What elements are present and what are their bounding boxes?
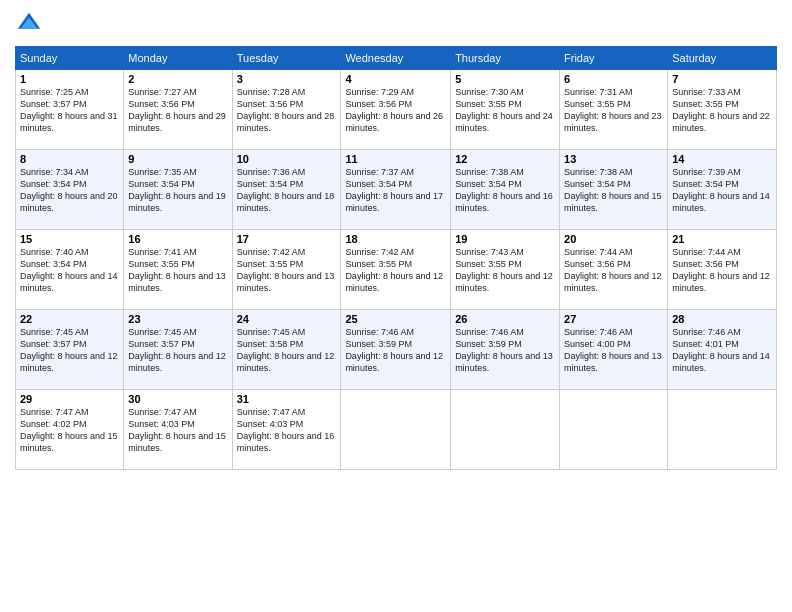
logo-icon bbox=[15, 10, 43, 38]
cell-info: Sunrise: 7:27 AMSunset: 3:56 PMDaylight:… bbox=[128, 86, 227, 135]
day-number: 21 bbox=[672, 233, 772, 245]
calendar-cell: 6Sunrise: 7:31 AMSunset: 3:55 PMDaylight… bbox=[560, 70, 668, 150]
calendar-cell: 25Sunrise: 7:46 AMSunset: 3:59 PMDayligh… bbox=[341, 310, 451, 390]
calendar-cell: 9Sunrise: 7:35 AMSunset: 3:54 PMDaylight… bbox=[124, 150, 232, 230]
page: SundayMondayTuesdayWednesdayThursdayFrid… bbox=[0, 0, 792, 612]
calendar-cell: 5Sunrise: 7:30 AMSunset: 3:55 PMDaylight… bbox=[451, 70, 560, 150]
calendar-cell bbox=[451, 390, 560, 470]
cell-info: Sunrise: 7:37 AMSunset: 3:54 PMDaylight:… bbox=[345, 166, 446, 215]
cell-info: Sunrise: 7:28 AMSunset: 3:56 PMDaylight:… bbox=[237, 86, 337, 135]
day-number: 24 bbox=[237, 313, 337, 325]
day-number: 23 bbox=[128, 313, 227, 325]
day-number: 12 bbox=[455, 153, 555, 165]
header-day: Sunday bbox=[16, 47, 124, 70]
day-number: 9 bbox=[128, 153, 227, 165]
calendar-cell: 12Sunrise: 7:38 AMSunset: 3:54 PMDayligh… bbox=[451, 150, 560, 230]
cell-info: Sunrise: 7:46 AMSunset: 3:59 PMDaylight:… bbox=[455, 326, 555, 375]
calendar-cell: 10Sunrise: 7:36 AMSunset: 3:54 PMDayligh… bbox=[232, 150, 341, 230]
header-day: Monday bbox=[124, 47, 232, 70]
calendar-cell: 22Sunrise: 7:45 AMSunset: 3:57 PMDayligh… bbox=[16, 310, 124, 390]
day-number: 8 bbox=[20, 153, 119, 165]
cell-info: Sunrise: 7:47 AMSunset: 4:03 PMDaylight:… bbox=[128, 406, 227, 455]
calendar-cell: 18Sunrise: 7:42 AMSunset: 3:55 PMDayligh… bbox=[341, 230, 451, 310]
calendar-cell bbox=[341, 390, 451, 470]
calendar-cell: 14Sunrise: 7:39 AMSunset: 3:54 PMDayligh… bbox=[668, 150, 777, 230]
cell-info: Sunrise: 7:45 AMSunset: 3:57 PMDaylight:… bbox=[128, 326, 227, 375]
cell-info: Sunrise: 7:41 AMSunset: 3:55 PMDaylight:… bbox=[128, 246, 227, 295]
calendar-cell: 28Sunrise: 7:46 AMSunset: 4:01 PMDayligh… bbox=[668, 310, 777, 390]
calendar-cell: 17Sunrise: 7:42 AMSunset: 3:55 PMDayligh… bbox=[232, 230, 341, 310]
header-day: Wednesday bbox=[341, 47, 451, 70]
calendar-cell: 7Sunrise: 7:33 AMSunset: 3:55 PMDaylight… bbox=[668, 70, 777, 150]
day-number: 17 bbox=[237, 233, 337, 245]
day-number: 16 bbox=[128, 233, 227, 245]
cell-info: Sunrise: 7:31 AMSunset: 3:55 PMDaylight:… bbox=[564, 86, 663, 135]
cell-info: Sunrise: 7:33 AMSunset: 3:55 PMDaylight:… bbox=[672, 86, 772, 135]
header-day: Thursday bbox=[451, 47, 560, 70]
day-number: 7 bbox=[672, 73, 772, 85]
cell-info: Sunrise: 7:29 AMSunset: 3:56 PMDaylight:… bbox=[345, 86, 446, 135]
calendar-cell: 4Sunrise: 7:29 AMSunset: 3:56 PMDaylight… bbox=[341, 70, 451, 150]
week-row: 29Sunrise: 7:47 AMSunset: 4:02 PMDayligh… bbox=[16, 390, 777, 470]
cell-info: Sunrise: 7:42 AMSunset: 3:55 PMDaylight:… bbox=[237, 246, 337, 295]
cell-info: Sunrise: 7:45 AMSunset: 3:58 PMDaylight:… bbox=[237, 326, 337, 375]
cell-info: Sunrise: 7:46 AMSunset: 3:59 PMDaylight:… bbox=[345, 326, 446, 375]
day-number: 26 bbox=[455, 313, 555, 325]
day-number: 27 bbox=[564, 313, 663, 325]
cell-info: Sunrise: 7:40 AMSunset: 3:54 PMDaylight:… bbox=[20, 246, 119, 295]
cell-info: Sunrise: 7:34 AMSunset: 3:54 PMDaylight:… bbox=[20, 166, 119, 215]
header bbox=[15, 10, 777, 38]
day-number: 5 bbox=[455, 73, 555, 85]
day-number: 20 bbox=[564, 233, 663, 245]
week-row: 22Sunrise: 7:45 AMSunset: 3:57 PMDayligh… bbox=[16, 310, 777, 390]
day-number: 22 bbox=[20, 313, 119, 325]
calendar-cell: 20Sunrise: 7:44 AMSunset: 3:56 PMDayligh… bbox=[560, 230, 668, 310]
header-row: SundayMondayTuesdayWednesdayThursdayFrid… bbox=[16, 47, 777, 70]
cell-info: Sunrise: 7:47 AMSunset: 4:02 PMDaylight:… bbox=[20, 406, 119, 455]
day-number: 2 bbox=[128, 73, 227, 85]
day-number: 31 bbox=[237, 393, 337, 405]
day-number: 1 bbox=[20, 73, 119, 85]
calendar-cell: 29Sunrise: 7:47 AMSunset: 4:02 PMDayligh… bbox=[16, 390, 124, 470]
calendar-cell: 15Sunrise: 7:40 AMSunset: 3:54 PMDayligh… bbox=[16, 230, 124, 310]
week-row: 8Sunrise: 7:34 AMSunset: 3:54 PMDaylight… bbox=[16, 150, 777, 230]
calendar-cell: 2Sunrise: 7:27 AMSunset: 3:56 PMDaylight… bbox=[124, 70, 232, 150]
cell-info: Sunrise: 7:46 AMSunset: 4:00 PMDaylight:… bbox=[564, 326, 663, 375]
calendar-cell: 11Sunrise: 7:37 AMSunset: 3:54 PMDayligh… bbox=[341, 150, 451, 230]
day-number: 29 bbox=[20, 393, 119, 405]
cell-info: Sunrise: 7:44 AMSunset: 3:56 PMDaylight:… bbox=[672, 246, 772, 295]
logo bbox=[15, 10, 47, 38]
calendar-cell: 23Sunrise: 7:45 AMSunset: 3:57 PMDayligh… bbox=[124, 310, 232, 390]
cell-info: Sunrise: 7:39 AMSunset: 3:54 PMDaylight:… bbox=[672, 166, 772, 215]
day-number: 11 bbox=[345, 153, 446, 165]
cell-info: Sunrise: 7:44 AMSunset: 3:56 PMDaylight:… bbox=[564, 246, 663, 295]
cell-info: Sunrise: 7:38 AMSunset: 3:54 PMDaylight:… bbox=[564, 166, 663, 215]
calendar-cell: 3Sunrise: 7:28 AMSunset: 3:56 PMDaylight… bbox=[232, 70, 341, 150]
cell-info: Sunrise: 7:45 AMSunset: 3:57 PMDaylight:… bbox=[20, 326, 119, 375]
day-number: 28 bbox=[672, 313, 772, 325]
calendar-table: SundayMondayTuesdayWednesdayThursdayFrid… bbox=[15, 46, 777, 470]
day-number: 15 bbox=[20, 233, 119, 245]
calendar-cell: 30Sunrise: 7:47 AMSunset: 4:03 PMDayligh… bbox=[124, 390, 232, 470]
day-number: 10 bbox=[237, 153, 337, 165]
calendar-cell: 19Sunrise: 7:43 AMSunset: 3:55 PMDayligh… bbox=[451, 230, 560, 310]
calendar-cell: 31Sunrise: 7:47 AMSunset: 4:03 PMDayligh… bbox=[232, 390, 341, 470]
cell-info: Sunrise: 7:36 AMSunset: 3:54 PMDaylight:… bbox=[237, 166, 337, 215]
cell-info: Sunrise: 7:43 AMSunset: 3:55 PMDaylight:… bbox=[455, 246, 555, 295]
day-number: 19 bbox=[455, 233, 555, 245]
calendar-cell: 1Sunrise: 7:25 AMSunset: 3:57 PMDaylight… bbox=[16, 70, 124, 150]
day-number: 4 bbox=[345, 73, 446, 85]
cell-info: Sunrise: 7:47 AMSunset: 4:03 PMDaylight:… bbox=[237, 406, 337, 455]
header-day: Tuesday bbox=[232, 47, 341, 70]
day-number: 25 bbox=[345, 313, 446, 325]
day-number: 3 bbox=[237, 73, 337, 85]
calendar-cell: 26Sunrise: 7:46 AMSunset: 3:59 PMDayligh… bbox=[451, 310, 560, 390]
day-number: 14 bbox=[672, 153, 772, 165]
week-row: 15Sunrise: 7:40 AMSunset: 3:54 PMDayligh… bbox=[16, 230, 777, 310]
calendar-cell bbox=[668, 390, 777, 470]
cell-info: Sunrise: 7:42 AMSunset: 3:55 PMDaylight:… bbox=[345, 246, 446, 295]
cell-info: Sunrise: 7:35 AMSunset: 3:54 PMDaylight:… bbox=[128, 166, 227, 215]
calendar-cell: 27Sunrise: 7:46 AMSunset: 4:00 PMDayligh… bbox=[560, 310, 668, 390]
header-day: Saturday bbox=[668, 47, 777, 70]
calendar-cell: 13Sunrise: 7:38 AMSunset: 3:54 PMDayligh… bbox=[560, 150, 668, 230]
